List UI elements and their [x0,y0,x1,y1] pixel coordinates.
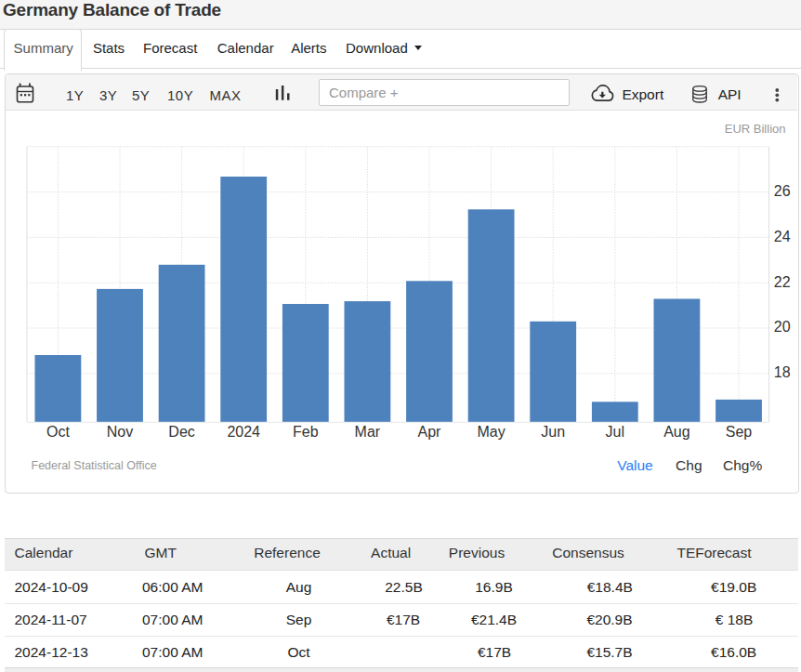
svg-text:Mar: Mar [355,424,381,440]
svg-text:Aug: Aug [663,424,689,440]
svg-text:26: 26 [774,183,791,199]
svg-text:22: 22 [774,274,791,290]
svg-text:Sep: Sep [726,424,753,440]
svg-text:Dec: Dec [168,424,194,440]
svg-text:Apr: Apr [418,424,442,440]
svg-text:Jul: Jul [606,424,624,440]
svg-text:May: May [477,424,505,440]
svg-text:EUR Billion: EUR Billion [725,122,786,136]
svg-text:20: 20 [774,319,791,335]
svg-text:Nov: Nov [107,424,133,440]
svg-text:Jun: Jun [541,424,565,440]
svg-text:Feb: Feb [293,424,319,440]
svg-text:24: 24 [774,229,791,244]
svg-text:18: 18 [774,364,791,380]
svg-text:2024: 2024 [227,424,260,440]
svg-text:Oct: Oct [46,424,70,440]
